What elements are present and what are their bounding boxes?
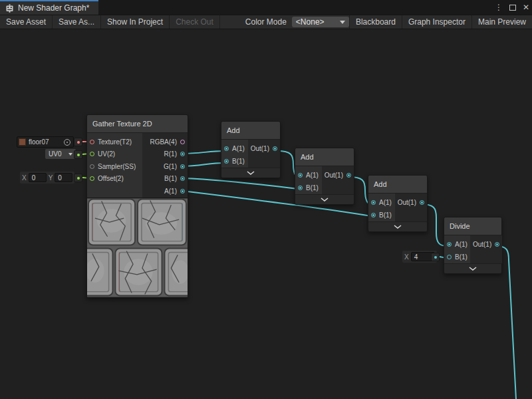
blackboard-toggle-button[interactable]: Blackboard (349, 15, 402, 29)
port-r-output[interactable] (180, 152, 185, 156)
port-out-output[interactable] (273, 146, 277, 151)
chevron-down-icon (321, 198, 329, 201)
port-label: B(1) (455, 253, 467, 261)
color-mode-dropdown[interactable]: <None> (292, 17, 349, 27)
uv-channel-dropdown[interactable]: UV0 (45, 149, 76, 159)
port-label: Out(1) (398, 199, 416, 206)
title-bar: New Shader Graph* ⋮ ✕ (0, 0, 532, 15)
port-label: G(1) (164, 163, 177, 170)
port-label: A(1) (164, 188, 177, 195)
port-label: A(1) (306, 172, 319, 179)
offset-vector2-field: X 0 Y 0 (20, 172, 74, 184)
dropdown-arrow-icon (68, 153, 72, 156)
node-title: Gather Texture 2D (87, 115, 188, 133)
close-icon[interactable]: ✕ (523, 3, 529, 12)
y-value-input[interactable]: 0 (55, 173, 72, 182)
port-label: RGBA(4) (150, 138, 177, 146)
port-label: A(1) (232, 145, 245, 152)
save-as-button[interactable]: Save As... (53, 15, 101, 29)
port-a-input[interactable] (224, 146, 229, 151)
x-label: X (404, 253, 409, 261)
chevron-down-icon (247, 171, 255, 175)
graph-toolbar: Save Asset Save As... Show In Project Ch… (0, 15, 532, 29)
wire-g-to-add1-b[interactable] (182, 163, 224, 166)
port-b-input[interactable] (371, 213, 376, 217)
port-rgba-output[interactable] (180, 140, 185, 144)
x-value-input[interactable]: 0 (29, 173, 47, 182)
port-texture-input[interactable] (90, 140, 94, 144)
port-b-output[interactable] (180, 176, 185, 181)
object-picker-icon[interactable] (64, 139, 70, 146)
port-g-output[interactable] (180, 164, 185, 169)
node-title: Add (368, 176, 427, 194)
expand-preview-chevron[interactable] (295, 194, 354, 204)
node-divide[interactable]: Divide A(1) B(1) Out(1) (444, 217, 502, 274)
x-label: X (22, 174, 27, 182)
port-uv-input[interactable] (90, 152, 94, 156)
dropdown-arrow-icon (340, 21, 345, 24)
chevron-down-icon (469, 267, 477, 271)
expand-preview-chevron[interactable] (368, 221, 427, 231)
main-preview-toggle-button[interactable]: Main Preview (471, 15, 532, 29)
shader-graph-window: New Shader Graph* ⋮ ✕ Save Asset Save As… (0, 0, 532, 399)
node-title: Add (221, 122, 280, 140)
port-b-input[interactable] (224, 159, 229, 164)
shader-graph-asset-icon (5, 4, 14, 13)
tab-title: New Shader Graph* (18, 3, 89, 13)
port-a-output[interactable] (180, 189, 185, 194)
node-title: Divide (444, 217, 501, 235)
port-label: B(1) (306, 184, 319, 192)
tab-new-shader-graph[interactable]: New Shader Graph* (0, 0, 98, 15)
port-label: Offset(2) (98, 175, 124, 182)
save-asset-button[interactable]: Save Asset (0, 15, 53, 29)
y-label: Y (49, 174, 53, 182)
port-a-input[interactable] (447, 242, 452, 247)
wire-layer (0, 0, 532, 399)
check-out-button: Check Out (170, 15, 220, 29)
window-menu-icon[interactable]: ⋮ (495, 3, 503, 12)
port-label: A(1) (379, 199, 392, 206)
port-label: Out(1) (325, 172, 343, 179)
node-add-1[interactable]: Add A(1) B(1) Out(1) (221, 121, 281, 178)
port-label: Out(1) (251, 145, 269, 152)
port-label: UV(2) (98, 150, 115, 158)
wire-r-to-add1-a[interactable] (182, 151, 224, 154)
offset-default-port (74, 174, 82, 182)
port-b-input[interactable] (447, 255, 452, 259)
port-a-input[interactable] (298, 173, 303, 178)
texture-asset-name: floor07 (29, 138, 61, 146)
expand-preview-chevron[interactable] (221, 168, 280, 178)
graph-inspector-toggle-button[interactable]: Graph Inspector (402, 15, 471, 29)
port-label: A(1) (455, 241, 467, 248)
port-a-input[interactable] (371, 200, 376, 205)
port-label: B(1) (232, 158, 245, 165)
port-b-input[interactable] (298, 186, 303, 190)
node-add-2[interactable]: Add A(1) B(1) Out(1) (295, 148, 354, 205)
port-sampler-input[interactable] (90, 164, 94, 169)
port-out-output[interactable] (495, 242, 499, 247)
show-in-project-button[interactable]: Show In Project (101, 15, 170, 29)
port-out-output[interactable] (420, 200, 424, 205)
node-add-3[interactable]: Add A(1) B(1) Out(1) (368, 175, 428, 232)
port-label: B(1) (164, 175, 177, 182)
texture-preview-image (87, 198, 188, 297)
node-gather-texture-2d[interactable]: Gather Texture 2D Texture(T2) UV(2) Samp… (86, 114, 188, 298)
texture-thumbnail (19, 138, 26, 146)
port-label: Texture(T2) (98, 138, 132, 146)
port-label: Out(1) (473, 241, 491, 248)
node-title: Add (295, 148, 354, 166)
port-offset-input[interactable] (90, 176, 94, 181)
port-out-output[interactable] (346, 173, 351, 178)
texture-asset-field[interactable]: floor07 (17, 136, 74, 148)
port-label: B(1) (379, 211, 392, 219)
maximize-icon[interactable] (509, 5, 516, 11)
port-label: Sampler(SS) (98, 163, 136, 170)
expand-preview-chevron[interactable] (444, 263, 501, 273)
port-label: R(1) (164, 150, 177, 158)
uv-default-port (74, 150, 82, 159)
color-mode-label: Color Mode (240, 15, 292, 29)
texture-default-port (74, 138, 82, 146)
divide-b-default-port (431, 253, 440, 261)
color-mode-value: <None> (296, 17, 325, 27)
wire-b-to-add2-b[interactable] (182, 178, 298, 189)
